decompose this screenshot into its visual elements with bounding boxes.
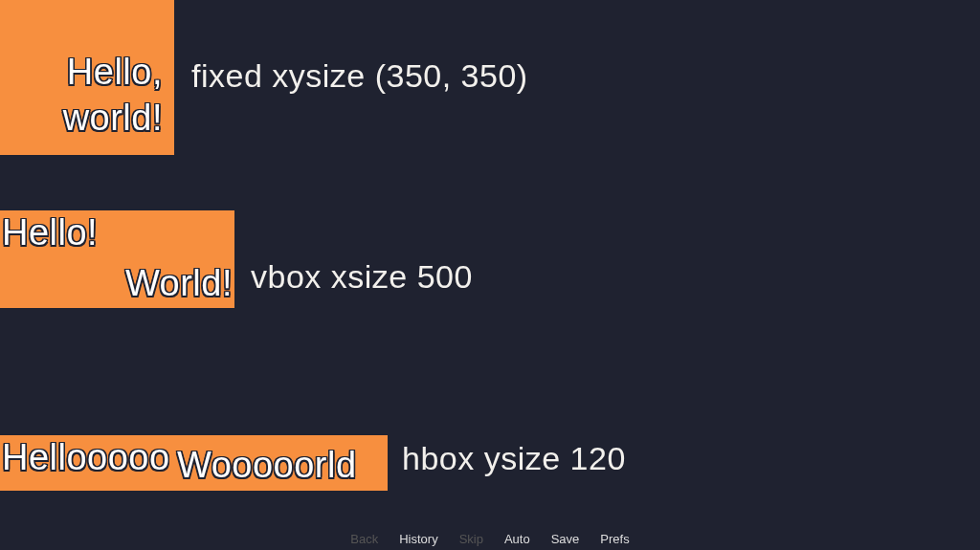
menu-back[interactable]: Back — [350, 532, 378, 546]
hbox-box-caption: hbox ysize 120 — [402, 440, 626, 477]
fixed-box-caption: fixed xysize (350, 350) — [191, 57, 528, 95]
hbox-box: Hellooooo Wooooorld — [0, 435, 388, 491]
menu-auto[interactable]: Auto — [504, 532, 530, 546]
vbox-box: Hello! World! — [0, 210, 234, 308]
menu-save[interactable]: Save — [551, 532, 580, 546]
fixed-box: Hello, world! — [0, 0, 174, 155]
hbox-box-line2: Wooooorld — [177, 445, 357, 486]
menu-prefs[interactable]: Prefs — [600, 532, 629, 546]
vbox-box-line2: World! — [125, 263, 233, 304]
fixed-box-line2: world! — [63, 98, 163, 139]
menu-history[interactable]: History — [399, 532, 437, 546]
quick-menu: Back History Skip Auto Save Prefs — [0, 532, 980, 546]
hbox-box-line1: Hellooooo — [2, 437, 170, 478]
fixed-box-line1: Hello, — [67, 52, 163, 93]
vbox-box-caption: vbox xsize 500 — [251, 258, 473, 296]
vbox-box-line1: Hello! — [2, 212, 98, 253]
menu-skip[interactable]: Skip — [459, 532, 483, 546]
